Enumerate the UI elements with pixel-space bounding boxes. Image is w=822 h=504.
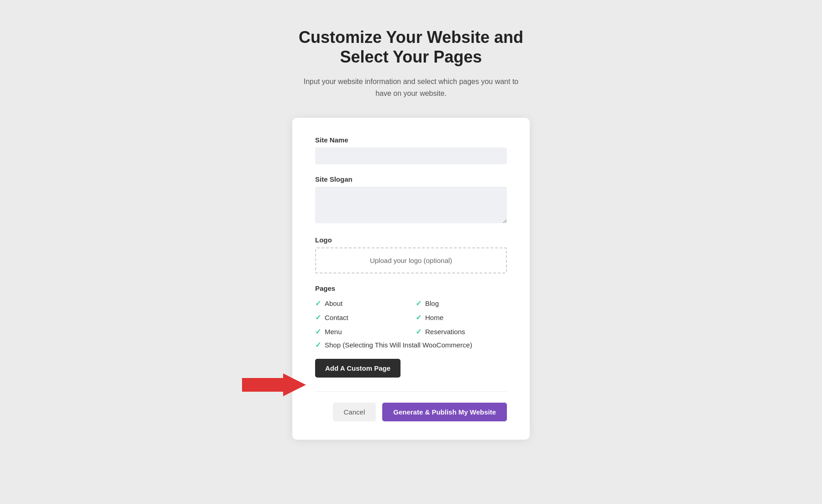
form-card: Site Name Site Slogan Logo Upload your l…	[292, 118, 530, 440]
page-item-reservations: ✓ Reservations	[416, 327, 507, 336]
site-slogan-group: Site Slogan	[315, 175, 507, 225]
page-subtitle: Input your website information and selec…	[297, 76, 525, 99]
page-title: Customize Your Website and Select Your P…	[299, 27, 523, 67]
add-custom-page-button[interactable]: Add A Custom Page	[315, 359, 400, 378]
page-label-contact: Contact	[325, 313, 348, 322]
arrow-indicator	[242, 373, 306, 396]
site-name-label: Site Name	[315, 136, 507, 144]
pages-grid: ✓ About ✓ Blog ✓ Contact ✓ Home ✓	[315, 299, 507, 336]
page-wrapper: Customize Your Website and Select Your P…	[206, 27, 616, 440]
logo-upload-area[interactable]: Upload your logo (optional)	[315, 247, 507, 273]
site-slogan-label: Site Slogan	[315, 175, 507, 183]
page-item-shop: ✓ Shop (Selecting This Will Install WooC…	[315, 340, 507, 350]
check-icon-home: ✓	[416, 313, 422, 322]
check-icon-reservations: ✓	[416, 327, 422, 336]
page-item-about: ✓ About	[315, 299, 406, 308]
check-icon-menu: ✓	[315, 327, 321, 336]
page-label-home: Home	[425, 313, 443, 322]
logo-group: Logo Upload your logo (optional)	[315, 236, 507, 273]
footer-actions: Cancel Generate & Publish My Website	[315, 391, 507, 421]
pages-section: Pages ✓ About ✓ Blog ✓ Contact ✓	[315, 284, 507, 391]
logo-upload-text: Upload your logo (optional)	[370, 257, 452, 264]
site-name-group: Site Name	[315, 136, 507, 164]
check-icon-contact: ✓	[315, 313, 321, 322]
check-icon-shop: ✓	[315, 341, 321, 349]
page-label-blog: Blog	[425, 299, 439, 308]
page-item-menu: ✓ Menu	[315, 327, 406, 336]
generate-publish-button[interactable]: Generate & Publish My Website	[382, 403, 507, 421]
check-icon-about: ✓	[315, 299, 321, 308]
page-label-shop: Shop (Selecting This Will Install WooCom…	[325, 340, 472, 350]
cancel-button[interactable]: Cancel	[333, 403, 376, 421]
page-item-home: ✓ Home	[416, 313, 507, 322]
site-name-input[interactable]	[315, 147, 507, 164]
site-slogan-textarea[interactable]	[315, 187, 507, 223]
check-icon-blog: ✓	[416, 299, 422, 308]
page-item-blog: ✓ Blog	[416, 299, 507, 308]
logo-label: Logo	[315, 236, 507, 244]
pages-label: Pages	[315, 284, 507, 292]
page-item-contact: ✓ Contact	[315, 313, 406, 322]
page-label-about: About	[325, 299, 342, 308]
svg-marker-0	[242, 373, 306, 396]
page-label-menu: Menu	[325, 327, 342, 336]
page-label-reservations: Reservations	[425, 327, 465, 336]
